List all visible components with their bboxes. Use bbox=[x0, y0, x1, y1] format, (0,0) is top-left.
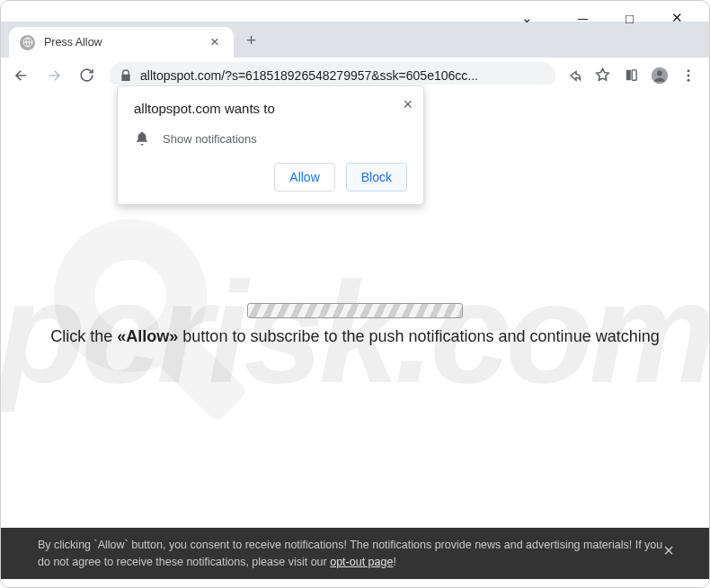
chevron-down-icon[interactable]: ⌄ bbox=[521, 10, 533, 26]
lock-icon bbox=[119, 68, 133, 83]
window-controls-bar: ⌄ ─ □ ✕ bbox=[0, 0, 710, 22]
svg-rect-1 bbox=[626, 70, 630, 80]
globe-icon bbox=[20, 35, 35, 50]
svg-rect-2 bbox=[632, 70, 636, 80]
allow-button[interactable]: Allow bbox=[274, 163, 334, 192]
tab-strip: Press Allow × + bbox=[0, 22, 710, 58]
menu-icon[interactable] bbox=[679, 67, 697, 85]
minimize-button[interactable]: ─ bbox=[578, 11, 588, 26]
banner-post: ! bbox=[393, 556, 395, 568]
notification-title: alltopspot.com wants to bbox=[134, 101, 407, 116]
instruction-pre: Click the bbox=[50, 327, 117, 345]
progress-bar bbox=[247, 303, 463, 318]
banner-close-button[interactable]: × bbox=[663, 537, 674, 564]
consent-banner: By clicking `Allow` button, you consent … bbox=[0, 528, 710, 579]
close-tab-button[interactable]: × bbox=[207, 33, 223, 51]
block-button[interactable]: Block bbox=[346, 163, 407, 192]
tab-title: Press Allow bbox=[44, 36, 198, 49]
share-icon[interactable] bbox=[564, 67, 582, 85]
opt-out-link[interactable]: opt-out page bbox=[330, 556, 393, 568]
maximize-button[interactable]: □ bbox=[626, 11, 634, 26]
reader-icon[interactable] bbox=[622, 67, 640, 85]
url-text: alltopspot.com/?s=618518926548279957&ssk… bbox=[140, 68, 546, 83]
instruction-post: button to subscribe to the push notifica… bbox=[178, 327, 659, 345]
bell-icon bbox=[134, 130, 150, 147]
watermark-lens-icon bbox=[54, 219, 207, 372]
notification-body: Show notifications bbox=[163, 132, 257, 146]
browser-tab[interactable]: Press Allow × bbox=[9, 27, 234, 58]
new-tab-button[interactable]: + bbox=[246, 31, 256, 50]
close-window-button[interactable]: ✕ bbox=[671, 10, 683, 26]
svg-point-5 bbox=[688, 69, 690, 72]
svg-point-6 bbox=[688, 74, 690, 76]
svg-point-7 bbox=[688, 78, 690, 81]
star-icon[interactable] bbox=[593, 67, 611, 85]
profile-icon[interactable] bbox=[651, 67, 669, 85]
close-icon[interactable]: × bbox=[403, 95, 413, 114]
instruction-text: Click the «Allow» button to subscribe to… bbox=[0, 327, 710, 346]
svg-point-4 bbox=[657, 70, 662, 76]
banner-text: By clicking `Allow` button, you consent … bbox=[38, 537, 663, 571]
instruction-bold: «Allow» bbox=[117, 327, 178, 345]
notification-permission-popup: × alltopspot.com wants to Show notificat… bbox=[117, 85, 424, 205]
